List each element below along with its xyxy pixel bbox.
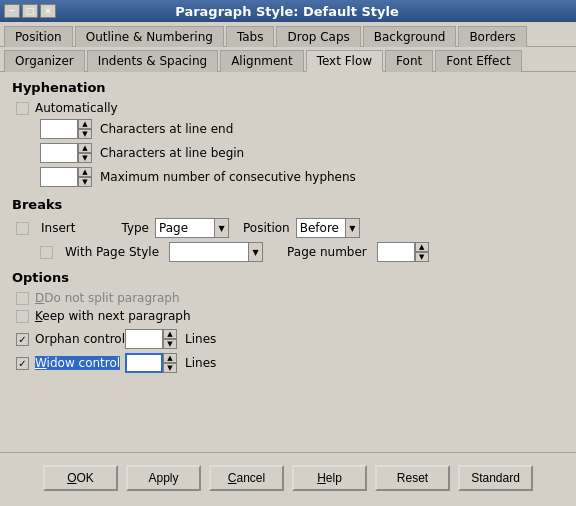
widow-up[interactable]: ▲	[163, 353, 177, 363]
widow-row: Widow control 2 ▲ ▼ Lines	[12, 353, 564, 373]
type-select[interactable]: Page ▼	[155, 218, 229, 238]
consecutive-hyphens-row: 0 ▲ ▼ Maximum number of consecutive hyph…	[12, 167, 564, 187]
consecutive-hyphens-down[interactable]: ▼	[78, 177, 92, 187]
top-tab-row: Position Outline & Numbering Tabs Drop C…	[0, 22, 576, 46]
widow-label: Widow control	[35, 356, 125, 370]
ok-button[interactable]: OOK	[43, 465, 118, 491]
consecutive-hyphens-label: Maximum number of consecutive hyphens	[100, 170, 356, 184]
widow-spinner[interactable]: 2 ▲ ▼	[125, 353, 177, 373]
minimize-button[interactable]: ─	[4, 4, 20, 18]
automatically-label: Automatically	[35, 101, 118, 115]
tab-position[interactable]: Position	[4, 26, 73, 47]
page-number-input[interactable]: 0	[377, 242, 415, 262]
reset-button[interactable]: Reset	[375, 465, 450, 491]
tab-font-effect[interactable]: Font Effect	[435, 50, 521, 72]
consecutive-hyphens-input[interactable]: 0	[40, 167, 78, 187]
tab-background[interactable]: Background	[363, 26, 457, 47]
main-content: Hyphenation Automatically 2 ▲ ▼ Characte…	[0, 72, 576, 452]
tab-indents-spacing[interactable]: Indents & Spacing	[87, 50, 218, 72]
tab-text-flow[interactable]: Text Flow	[306, 50, 383, 72]
do-not-split-checkbox[interactable]	[16, 292, 29, 305]
orphan-up[interactable]: ▲	[163, 329, 177, 339]
keep-with-next-checkbox[interactable]	[16, 310, 29, 323]
breaks-row1: Insert Type Page ▼ Position Before ▼	[12, 218, 564, 238]
line-end-down[interactable]: ▼	[78, 129, 92, 139]
breaks-row2: With Page Style ▼ Page number 0 ▲ ▼	[12, 242, 564, 262]
line-begin-row: 2 ▲ ▼ Characters at line begin	[12, 143, 564, 163]
orphan-suffix: Lines	[185, 332, 216, 346]
type-label: Type	[121, 221, 149, 235]
page-number-up[interactable]: ▲	[415, 242, 429, 252]
insert-label: Insert	[41, 221, 75, 235]
page-number-label: Page number	[287, 245, 367, 259]
window-controls[interactable]: ─ □ ✕	[4, 4, 56, 18]
tab-outline-numbering[interactable]: Outline & Numbering	[75, 26, 224, 47]
type-select-arrow[interactable]: ▼	[215, 218, 229, 238]
widow-checkbox[interactable]	[16, 357, 29, 370]
line-begin-label: Characters at line begin	[100, 146, 244, 160]
tab-tabs[interactable]: Tabs	[226, 26, 275, 47]
position-value: Before	[296, 218, 346, 238]
close-button[interactable]: ✕	[40, 4, 56, 18]
page-number-spinner[interactable]: 0 ▲ ▼	[377, 242, 429, 262]
do-not-split-label: DDo not split paragraph	[35, 291, 180, 305]
orphan-label: Orphan control	[35, 332, 125, 346]
tab-drop-caps[interactable]: Drop Caps	[276, 26, 360, 47]
tab-borders[interactable]: Borders	[458, 26, 526, 47]
orphan-down[interactable]: ▼	[163, 339, 177, 349]
bottom-tab-row: Organizer Indents & Spacing Alignment Te…	[0, 47, 576, 72]
page-style-select[interactable]: ▼	[169, 242, 263, 262]
breaks-section-label: Breaks	[12, 197, 564, 212]
options-section-label: Options	[12, 270, 564, 285]
orphan-input[interactable]: 2	[125, 329, 163, 349]
line-end-up[interactable]: ▲	[78, 119, 92, 129]
tab-organizer[interactable]: Organizer	[4, 50, 85, 72]
position-label: Position	[243, 221, 290, 235]
type-value: Page	[155, 218, 215, 238]
window-title: Paragraph Style: Default Style	[56, 4, 518, 19]
with-page-style-checkbox[interactable]	[40, 246, 53, 259]
keep-with-next-label: Keep with next paragraph	[35, 309, 191, 323]
line-end-row: 2 ▲ ▼ Characters at line end	[12, 119, 564, 139]
automatically-row: Automatically	[12, 101, 564, 115]
line-end-label: Characters at line end	[100, 122, 233, 136]
automatically-checkbox[interactable]	[16, 102, 29, 115]
insert-checkbox[interactable]	[16, 222, 29, 235]
orphan-row: Orphan control 2 ▲ ▼ Lines	[12, 329, 564, 349]
apply-button[interactable]: Apply	[126, 465, 201, 491]
title-bar: ─ □ ✕ Paragraph Style: Default Style	[0, 0, 576, 22]
widow-suffix: Lines	[185, 356, 216, 370]
widow-down[interactable]: ▼	[163, 363, 177, 373]
keep-with-next-row: Keep with next paragraph	[12, 309, 564, 323]
orphan-spinner[interactable]: 2 ▲ ▼	[125, 329, 177, 349]
tab-alignment[interactable]: Alignment	[220, 50, 303, 72]
orphan-checkbox[interactable]	[16, 333, 29, 346]
bottom-bar: OOK Apply Cancel Help Reset Standard	[0, 452, 576, 502]
page-style-arrow[interactable]: ▼	[249, 242, 263, 262]
page-number-down[interactable]: ▼	[415, 252, 429, 262]
line-begin-down[interactable]: ▼	[78, 153, 92, 163]
do-not-split-row: DDo not split paragraph	[12, 291, 564, 305]
line-begin-spinner[interactable]: 2 ▲ ▼	[40, 143, 92, 163]
maximize-button[interactable]: □	[22, 4, 38, 18]
consecutive-hyphens-spinner[interactable]: 0 ▲ ▼	[40, 167, 92, 187]
standard-button[interactable]: Standard	[458, 465, 533, 491]
line-begin-input[interactable]: 2	[40, 143, 78, 163]
with-page-style-label: With Page Style	[65, 245, 159, 259]
hyphenation-section-label: Hyphenation	[12, 80, 564, 95]
line-begin-up[interactable]: ▲	[78, 143, 92, 153]
line-end-input[interactable]: 2	[40, 119, 78, 139]
position-select[interactable]: Before ▼	[296, 218, 360, 238]
page-style-value	[169, 242, 249, 262]
help-button[interactable]: Help	[292, 465, 367, 491]
widow-input[interactable]: 2	[125, 353, 163, 373]
consecutive-hyphens-up[interactable]: ▲	[78, 167, 92, 177]
tab-font[interactable]: Font	[385, 50, 433, 72]
cancel-button[interactable]: Cancel	[209, 465, 284, 491]
position-select-arrow[interactable]: ▼	[346, 218, 360, 238]
line-end-spinner[interactable]: 2 ▲ ▼	[40, 119, 92, 139]
